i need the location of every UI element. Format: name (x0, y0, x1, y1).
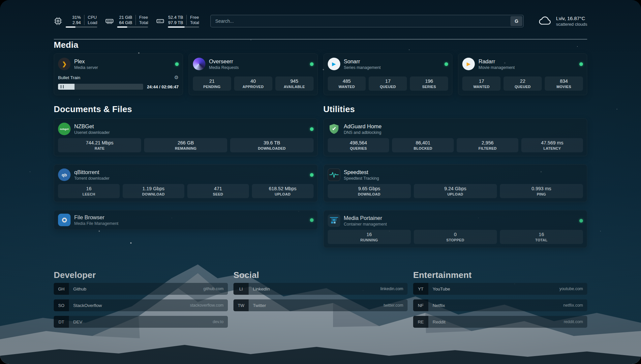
bookmark-twitter[interactable]: TW Twitter twitter.com (233, 299, 408, 311)
stat-value: 834 (546, 78, 582, 84)
column-documents-files: Documents & Files nzbget NZBGet Usenet d… (54, 104, 318, 248)
stat-label: QUEUED (505, 85, 540, 89)
stat-value: 266 GB (145, 140, 226, 145)
bookmark-netflix[interactable]: NF Netflix netflix.com (413, 299, 587, 311)
service-name: Radarr (478, 58, 515, 65)
service-card-overseerr[interactable]: Overseerr Media Requests 21 PENDING 40 A… (189, 53, 318, 95)
bookmark-abbr: RE (413, 316, 428, 328)
service-name: qBittorrent (74, 169, 109, 175)
speedtest-icon (328, 168, 340, 181)
stat-value: 0.993 ms (501, 186, 582, 191)
service-card-adguard[interactable]: AdGuard Home DNS and adblocking 498,564 … (323, 118, 588, 156)
cpu-load-label: Load (84, 20, 97, 25)
service-card-sonarr[interactable]: ▶ Sonarr Series management 485 WANTED 17… (323, 53, 453, 95)
stat-box: 21 PENDING (193, 76, 231, 91)
stat-box: 945 AVAILABLE (275, 76, 314, 91)
service-stats: 17 WANTED 22 QUEUED 834 MOVIES (462, 76, 583, 91)
stat-label: QUERIES (329, 146, 388, 150)
media-cards-row: ❯ Plex Media server Bullet Train ⚙ (54, 53, 587, 95)
stat-label: UPLOAD (253, 192, 312, 196)
service-card-plex[interactable]: ❯ Plex Media server Bullet Train ⚙ (54, 53, 183, 95)
sonarr-icon: ▶ (328, 58, 340, 70)
service-name: Media Portainer (344, 215, 387, 221)
stat-value: 47.569 ms (523, 140, 582, 145)
service-name: Plex (74, 58, 98, 65)
bookmark-abbr: GH (54, 283, 69, 295)
search-input[interactable] (210, 15, 524, 27)
status-online-dot (310, 127, 314, 131)
bookmark-reddit[interactable]: RE Reddit reddit.com (413, 316, 587, 328)
service-subtitle: Media Requests (209, 65, 239, 70)
status-online-dot (444, 62, 448, 66)
search-provider-button[interactable]: G (510, 16, 522, 26)
bookmark-github[interactable]: GH Github github.com (54, 283, 228, 295)
bookmark-abbr: SO (54, 299, 69, 311)
bookmark-stackoverflow[interactable]: SO StackOverflow stackoverflow.com (54, 299, 228, 311)
service-subtitle: Movie management (478, 65, 515, 70)
service-card-qbittorrent[interactable]: qb qBittorrent Torrent downloader 16 LEE… (54, 164, 318, 202)
service-stats: 498,564 QUERIES 86,401 BLOCKED 2,956 FIL… (328, 138, 583, 152)
stat-box: 16 RUNNING (328, 230, 411, 244)
bookmark-youtube[interactable]: YT YouTube youtube.com (413, 283, 587, 295)
bookmark-name: Github (73, 287, 86, 291)
service-subtitle: Media File Management (74, 221, 118, 226)
stat-value: 86,401 (393, 140, 452, 145)
bookmark-url: reddit.com (564, 319, 583, 324)
stat-box: 47.569 ms LATENCY (521, 138, 583, 152)
service-card-filebrowser[interactable]: File Browser Media File Management (54, 210, 318, 230)
bookmark-linkedin[interactable]: LI LinkedIn linkedin.com (233, 283, 408, 295)
cpu-icon (54, 17, 62, 25)
links-column-developer: Developer GH Github github.com SO StackO… (54, 270, 228, 328)
gear-icon[interactable]: ⚙ (174, 75, 178, 80)
stat-value: 9.24 Gbps (415, 186, 496, 191)
stat-box: 17 WANTED (462, 76, 501, 91)
starfield-background (0, 0, 1, 1)
disk-free-row: 52.4 TB Free (168, 15, 199, 20)
filebrowser-icon (58, 214, 71, 226)
playback-progress-bar[interactable] (58, 84, 143, 90)
stat-label: RATE (59, 146, 140, 150)
stat-value: 21 (194, 78, 230, 84)
service-subtitle: Torrent downloader (74, 176, 109, 181)
service-card-speedtest[interactable]: Speedtest Speedtest Tracking 9.65 Gbps D… (323, 164, 588, 202)
links-column-entertainment: Entertainment YT YouTube youtube.com NF … (413, 270, 587, 328)
service-card-portainer[interactable]: Media Portainer Container management 16 … (323, 210, 588, 248)
now-playing-title: Bullet Train (58, 75, 80, 80)
service-stats: 744.21 Mbps RATE 266 GB REMAINING 39.6 T… (58, 138, 314, 152)
bookmark-name: Twitter (253, 303, 266, 308)
section-title-social: Social (233, 270, 408, 280)
service-stats: 9.65 Gbps DOWNLOAD 9.24 Gbps UPLOAD 0.99… (328, 184, 583, 198)
stat-value: 471 (189, 186, 248, 191)
memory-usage-bar (117, 26, 148, 28)
pause-icon[interactable] (61, 85, 64, 88)
stat-box: 485 WANTED (328, 76, 366, 91)
section-title-utilities: Utilities (323, 104, 588, 114)
bookmark-name: Reddit (433, 319, 445, 324)
bookmark-name: DEV (73, 319, 82, 324)
section-title-entertainment: Entertainment (413, 270, 587, 280)
stat-box: 22 QUEUED (504, 76, 542, 91)
top-bar: 31% CPU 2.94 Load (54, 13, 587, 30)
bookmark-name: StackOverflow (73, 303, 102, 308)
bookmark-abbr: YT (413, 283, 428, 295)
bookmark-url: youtube.com (559, 287, 583, 291)
status-online-dot (579, 219, 583, 223)
status-online-dot (310, 218, 314, 222)
status-online-dot (579, 62, 583, 66)
stat-box: 16 TOTAL (500, 230, 583, 244)
stat-value: 485 (329, 78, 365, 84)
stat-label: APPROVED (235, 85, 271, 89)
dashboard-screen: 31% CPU 2.94 Load (0, 0, 641, 364)
disk-total-row: 97.9 TB Total (168, 20, 199, 25)
section-title-developer: Developer (54, 270, 228, 280)
stat-box: 618.52 Mbps UPLOAD (252, 184, 314, 198)
bookmark-abbr: TW (233, 299, 249, 311)
weather-location-temp: Lviv, 16.87°C (556, 15, 587, 21)
service-card-nzbget[interactable]: nzbget NZBGet Usenet downloader 744.21 M… (54, 118, 318, 156)
nzbget-icon: nzbget (58, 123, 71, 135)
service-stats: 16 RUNNING 0 STOPPED 16 TOTAL (328, 230, 583, 244)
disk-total-value: 97.9 TB (168, 20, 186, 25)
bookmark-dev[interactable]: DT DEV dev.to (54, 316, 228, 328)
service-card-radarr[interactable]: ▶ Radarr Movie management 17 WANTED 22 Q… (458, 53, 587, 95)
service-subtitle: Speedtest Tracking (344, 176, 379, 181)
